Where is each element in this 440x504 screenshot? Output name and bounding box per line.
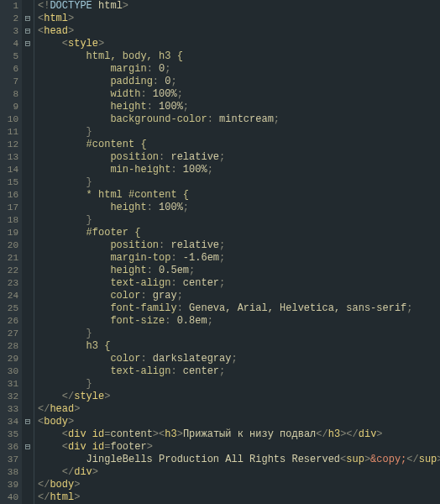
code-line[interactable]: width: 100%; — [38, 88, 440, 101]
fold-marker — [22, 252, 34, 265]
fold-marker — [22, 126, 34, 139]
line-number: 12 — [0, 139, 18, 151]
line-number: 7 — [0, 76, 18, 88]
code-line[interactable]: background-color: mintcream; — [38, 113, 440, 126]
code-line[interactable]: #content { — [38, 139, 440, 151]
code-line[interactable]: * html #content { — [38, 189, 440, 202]
code-line[interactable]: JingleBells Production All Rights Reserv… — [38, 454, 440, 466]
fold-marker[interactable]: ⊟ — [22, 441, 34, 454]
code-line[interactable]: <html> — [38, 13, 440, 25]
fold-marker — [22, 239, 34, 252]
code-line[interactable]: <!DOCTYPE html> — [38, 0, 440, 13]
fold-marker — [22, 328, 34, 340]
code-line[interactable]: <div id=content><h3>Прижатый к низу подв… — [38, 428, 440, 441]
line-number: 21 — [0, 252, 18, 265]
code-line[interactable]: font-size: 0.8em; — [38, 315, 440, 328]
code-line[interactable]: text-align: center; — [38, 277, 440, 290]
code-line[interactable]: margin: 0; — [38, 63, 440, 76]
fold-marker — [22, 466, 34, 479]
code-editor[interactable]: 1234567891011121314151617181920212223242… — [0, 0, 440, 504]
code-line[interactable]: html, body, h3 { — [38, 50, 440, 63]
fold-marker — [22, 214, 34, 227]
fold-marker — [22, 479, 34, 491]
code-line[interactable]: position: relative; — [38, 151, 440, 164]
fold-marker — [22, 403, 34, 416]
fold-marker — [22, 265, 34, 277]
fold-marker[interactable]: ⊟ — [22, 38, 34, 50]
line-number: 30 — [0, 365, 18, 378]
code-line[interactable]: height: 0.5em; — [38, 265, 440, 277]
fold-marker — [22, 164, 34, 176]
code-line[interactable]: font-family: Geneva, Arial, Helvetica, s… — [38, 302, 440, 315]
code-line[interactable]: min-height: 100%; — [38, 164, 440, 176]
fold-marker[interactable]: ⊟ — [22, 13, 34, 25]
code-line[interactable]: </style> — [38, 391, 440, 403]
fold-marker — [22, 378, 34, 391]
code-line[interactable]: <head> — [38, 25, 440, 38]
code-line[interactable]: </body> — [38, 479, 440, 491]
code-line[interactable]: <div id=footer> — [38, 441, 440, 454]
code-line[interactable]: height: 100%; — [38, 202, 440, 214]
code-line[interactable]: </html> — [38, 491, 440, 504]
line-number: 36 — [0, 441, 18, 454]
code-line[interactable]: padding: 0; — [38, 76, 440, 88]
fold-marker — [22, 0, 34, 13]
line-number: 27 — [0, 328, 18, 340]
line-number: 17 — [0, 202, 18, 214]
fold-marker — [22, 290, 34, 302]
line-number: 22 — [0, 265, 18, 277]
fold-marker — [22, 101, 34, 113]
line-number: 13 — [0, 151, 18, 164]
line-number: 29 — [0, 353, 18, 365]
fold-marker — [22, 202, 34, 214]
line-number: 14 — [0, 164, 18, 176]
fold-marker[interactable]: ⊟ — [22, 25, 34, 38]
line-number: 28 — [0, 340, 18, 353]
code-line[interactable]: h3 { — [38, 340, 440, 353]
code-line[interactable]: } — [38, 328, 440, 340]
line-number: 32 — [0, 391, 18, 403]
fold-marker — [22, 76, 34, 88]
code-line[interactable]: } — [38, 214, 440, 227]
fold-marker — [22, 88, 34, 101]
line-number: 38 — [0, 466, 18, 479]
fold-marker — [22, 63, 34, 76]
code-line[interactable]: </head> — [38, 403, 440, 416]
code-line[interactable]: color: darkslategray; — [38, 353, 440, 365]
fold-marker — [22, 454, 34, 466]
line-number: 6 — [0, 63, 18, 76]
code-line[interactable]: <body> — [38, 416, 440, 428]
code-line[interactable]: } — [38, 378, 440, 391]
fold-marker — [22, 50, 34, 63]
line-number: 10 — [0, 113, 18, 126]
code-line[interactable]: </div> — [38, 466, 440, 479]
code-area[interactable]: <!DOCTYPE html><html><head> <style> html… — [34, 0, 440, 504]
fold-marker — [22, 277, 34, 290]
code-line[interactable]: position: relative; — [38, 239, 440, 252]
code-line[interactable]: } — [38, 176, 440, 189]
code-line[interactable]: } — [38, 126, 440, 139]
code-line[interactable]: height: 100%; — [38, 101, 440, 113]
fold-gutter[interactable]: ⊟⊟⊟⊟⊟ — [22, 0, 34, 504]
line-number: 11 — [0, 126, 18, 139]
line-number: 40 — [0, 491, 18, 504]
line-number: 2 — [0, 13, 18, 25]
fold-marker — [22, 365, 34, 378]
fold-marker — [22, 302, 34, 315]
fold-marker[interactable]: ⊟ — [22, 416, 34, 428]
code-line[interactable]: <style> — [38, 38, 440, 50]
code-line[interactable]: text-align: center; — [38, 365, 440, 378]
code-line[interactable]: margin-top: -1.6em; — [38, 252, 440, 265]
line-number: 3 — [0, 25, 18, 38]
code-line[interactable]: #footer { — [38, 227, 440, 239]
fold-marker — [22, 353, 34, 365]
line-number: 15 — [0, 176, 18, 189]
line-number: 39 — [0, 479, 18, 491]
code-line[interactable]: color: gray; — [38, 290, 440, 302]
fold-marker — [22, 315, 34, 328]
line-number: 24 — [0, 290, 18, 302]
line-number: 20 — [0, 239, 18, 252]
fold-marker — [22, 176, 34, 189]
line-number: 19 — [0, 227, 18, 239]
fold-marker — [22, 391, 34, 403]
